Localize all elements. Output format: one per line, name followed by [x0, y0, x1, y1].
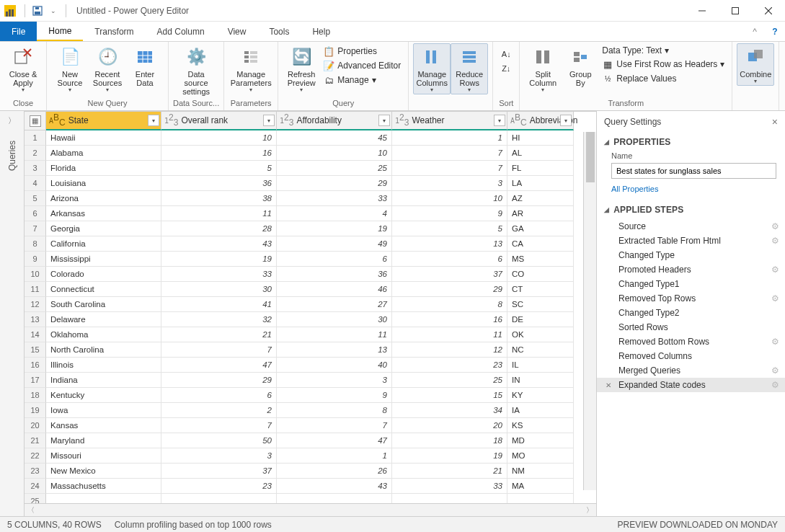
scroll-left-icon[interactable]: 〈 [25, 505, 37, 515]
row-number[interactable]: 13 [25, 312, 46, 327]
cell[interactable]: 10 [277, 146, 392, 161]
cell[interactable]: Massachusetts [46, 479, 161, 494]
row-number[interactable]: 7 [25, 221, 46, 236]
row-number[interactable]: 25 [25, 494, 46, 503]
cell[interactable]: 23 [161, 479, 277, 494]
cell[interactable]: 1 [392, 130, 507, 146]
split-column-button[interactable]: Split Column▾ [524, 43, 562, 94]
cell[interactable]: 3 [392, 176, 507, 191]
applied-step[interactable]: Extracted Table From Html⚙ [597, 234, 785, 248]
cell[interactable]: 1 [277, 448, 392, 464]
row-number[interactable]: 5 [25, 191, 46, 206]
row-number[interactable]: 2 [25, 146, 46, 161]
cell[interactable]: MA [507, 479, 574, 494]
cell[interactable]: 7 [392, 146, 507, 161]
cell[interactable]: 41 [161, 297, 277, 312]
cell[interactable]: 5 [392, 221, 507, 236]
cell[interactable]: AL [507, 146, 574, 161]
cell[interactable]: 29 [161, 373, 277, 388]
cell[interactable]: Iowa [46, 403, 161, 418]
replace-values-button[interactable]: ½Replace Values [599, 72, 727, 85]
cell[interactable]: 26 [277, 464, 392, 479]
cell[interactable]: Colorado [46, 267, 161, 282]
row-number[interactable]: 3 [25, 161, 46, 176]
cell[interactable]: 7 [277, 418, 392, 433]
cell[interactable]: 10 [392, 191, 507, 206]
minimize-button[interactable] [686, 0, 719, 22]
row-number[interactable]: 10 [25, 267, 46, 282]
cell[interactable]: 8 [392, 297, 507, 312]
cell[interactable]: CO [507, 267, 574, 282]
row-number[interactable]: 6 [25, 206, 46, 221]
maximize-button[interactable] [719, 0, 752, 22]
cell[interactable]: DE [507, 312, 574, 327]
new-source-button[interactable]: 📄New Source▾ [51, 43, 89, 94]
cell[interactable]: 2 [161, 403, 277, 418]
cell[interactable]: FL [507, 161, 574, 176]
query-name-input[interactable] [611, 163, 776, 179]
column-header-overall-rank[interactable]: 123Overall rank▾ [161, 112, 277, 130]
column-header-affordability[interactable]: 123Affordability▾ [277, 112, 392, 130]
advanced-editor-button[interactable]: 📝Advanced Editor [320, 59, 404, 72]
tab-tools[interactable]: Tools [257, 22, 301, 41]
row-number[interactable]: 9 [25, 252, 46, 267]
cell[interactable]: 33 [392, 479, 507, 494]
sort-desc-button[interactable]: Z↓ [497, 62, 515, 75]
cell[interactable]: Arkansas [46, 206, 161, 221]
cell[interactable]: IL [507, 358, 574, 373]
cell[interactable]: 45 [277, 130, 392, 146]
cell[interactable]: 40 [277, 358, 392, 373]
cell[interactable]: AZ [507, 191, 574, 206]
row-number[interactable]: 21 [25, 433, 46, 448]
cell[interactable]: AR [507, 206, 574, 221]
collapse-ribbon-icon[interactable]: ^ [745, 22, 765, 41]
cell[interactable]: 16 [392, 312, 507, 327]
horizontal-scrollbar[interactable]: 〈 〉 [25, 503, 596, 516]
cell[interactable]: Connecticut [46, 282, 161, 297]
cell[interactable]: 15 [392, 388, 507, 403]
cell[interactable]: Oklahoma [46, 327, 161, 342]
cell[interactable]: HI [507, 130, 574, 146]
column-header-weather[interactable]: 123Weather▾ [392, 112, 507, 130]
cell[interactable]: 21 [161, 327, 277, 342]
cell[interactable]: 33 [277, 191, 392, 206]
tab-transform[interactable]: Transform [83, 22, 145, 41]
cell[interactable]: 6 [277, 252, 392, 267]
reduce-rows-button[interactable]: Reduce Rows▾ [451, 43, 488, 94]
row-number[interactable]: 8 [25, 236, 46, 252]
applied-step[interactable]: Removed Top Rows⚙ [597, 291, 785, 306]
enter-data-button[interactable]: Enter Data [126, 43, 164, 88]
refresh-preview-button[interactable]: 🔄Refresh Preview▾ [283, 43, 320, 94]
cell[interactable]: Florida [46, 161, 161, 176]
cell[interactable]: Alabama [46, 146, 161, 161]
cell[interactable]: KS [507, 418, 574, 433]
cell[interactable]: 13 [277, 342, 392, 358]
cell[interactable]: GA [507, 221, 574, 236]
cell[interactable]: 43 [161, 236, 277, 252]
row-number[interactable]: 19 [25, 403, 46, 418]
cell[interactable]: MD [507, 433, 574, 448]
cell[interactable]: 37 [161, 464, 277, 479]
cell[interactable]: Arizona [46, 191, 161, 206]
cell[interactable]: 37 [392, 267, 507, 282]
cell[interactable]: 47 [161, 358, 277, 373]
applied-step[interactable]: Expanded State codes⚙ [597, 378, 785, 392]
cell[interactable]: 11 [392, 327, 507, 342]
cell[interactable]: 25 [392, 373, 507, 388]
row-number[interactable]: 15 [25, 342, 46, 358]
cell[interactable]: 6 [392, 252, 507, 267]
cell[interactable]: 19 [277, 221, 392, 236]
help-icon[interactable]: ? [765, 22, 785, 41]
cell[interactable]: 36 [277, 267, 392, 282]
cell[interactable]: 7 [161, 342, 277, 358]
column-header-state[interactable]: ABCState▾ [46, 112, 161, 130]
cell[interactable]: 46 [277, 282, 392, 297]
properties-button[interactable]: 📋Properties [320, 45, 404, 58]
cell[interactable]: 11 [277, 327, 392, 342]
gear-icon[interactable]: ⚙ [771, 337, 779, 347]
cell[interactable]: IN [507, 373, 574, 388]
cell[interactable]: SC [507, 297, 574, 312]
manage-query-button[interactable]: 🗂Manage ▾ [320, 74, 404, 87]
cell[interactable]: Mississippi [46, 252, 161, 267]
recent-sources-button[interactable]: 🕘Recent Sources▾ [89, 43, 126, 94]
